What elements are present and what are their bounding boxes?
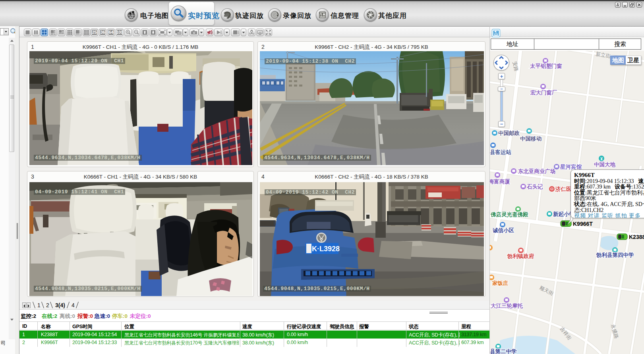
- svg-text:东北亚商业广场: 东北亚商业广场: [518, 168, 556, 174]
- svg-text:佛店灵光斋佛殿: 佛店灵光斋佛殿: [490, 212, 528, 217]
- svg-text:勃利镇政府: 勃利镇政府: [507, 253, 534, 259]
- svg-text:K·L3928: K·L3928: [312, 245, 340, 253]
- svg-text:石头记: 石头记: [526, 183, 543, 190]
- svg-text:勃利县第四中学: 勃利县第四中学: [596, 252, 634, 258]
- svg-text:大江三轮摩托: 大江三轮摩托: [491, 303, 523, 309]
- svg-text:中国移动: 中国移动: [520, 136, 542, 142]
- svg-text:太平铝塑门窗: 太平铝塑门窗: [530, 63, 562, 69]
- svg-text:星河宾馆: 星河宾馆: [560, 164, 582, 170]
- svg-text:宏大门窗厂: 宏大门窗厂: [530, 90, 557, 96]
- svg-text:济仁医: 济仁医: [555, 186, 572, 192]
- svg-text:家饭庄: 家饭庄: [492, 280, 509, 286]
- svg-text:海富商厦: 海富商厦: [490, 179, 511, 185]
- svg-text:中国邮政: 中国邮政: [498, 130, 520, 136]
- svg-text:中国大地: 中国大地: [594, 162, 616, 167]
- svg-text:¥: ¥: [600, 157, 603, 161]
- svg-text:诚信小区: 诚信小区: [492, 227, 514, 233]
- svg-text:K2388T: K2388T: [629, 234, 644, 240]
- svg-text:县客运站: 县客运站: [490, 149, 512, 155]
- svg-text:县第二中学: 县第二中学: [490, 348, 517, 354]
